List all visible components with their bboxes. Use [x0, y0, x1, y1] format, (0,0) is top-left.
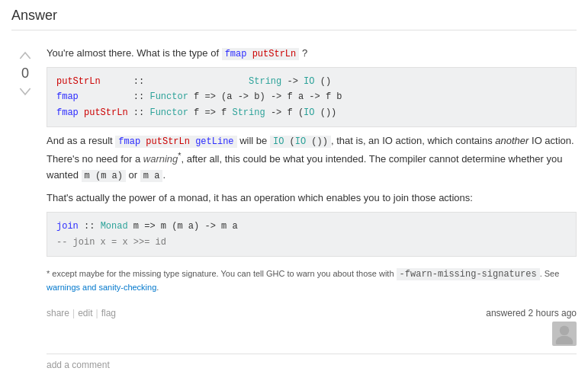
- intro-end: ?: [302, 47, 307, 59]
- ma-code: m a: [140, 170, 163, 182]
- vote-count: 0: [21, 64, 29, 83]
- answered-time: answered 2 hours ago: [486, 308, 577, 318]
- fmap-getline-code: fmap putStrLn getLine: [115, 136, 236, 148]
- m-ma-code: m (m a): [82, 170, 126, 182]
- vote-column: 0: [11, 46, 39, 379]
- code-block-2: join :: Monad m => m (m a) -> m a -- joi…: [47, 212, 577, 257]
- intro-text: You're almost there. What is the type of: [47, 47, 219, 59]
- code-block-1: putStrLn :: String -> IO () fmap :: Func…: [47, 67, 577, 127]
- io-io-code: IO (IO ()): [270, 136, 331, 148]
- footnote-end: .: [156, 283, 159, 292]
- add-comment-section: add a comment: [47, 354, 577, 379]
- intro-paragraph: You're almost there. What is the type of…: [47, 46, 577, 61]
- vote-up-button[interactable]: [14, 47, 37, 64]
- fwarn-code: -fwarn-missing-signatures: [397, 268, 540, 280]
- avatar-icon: [554, 323, 575, 344]
- svg-point-1: [556, 336, 573, 344]
- flag-link[interactable]: flag: [101, 308, 116, 318]
- footnote: * except maybe for the missing type sign…: [47, 267, 577, 294]
- separator-2: |: [96, 308, 98, 318]
- edit-link[interactable]: edit: [78, 308, 92, 318]
- answer-section: Answer 0 You're almost there. What is th…: [0, 0, 588, 384]
- separator-1: |: [72, 308, 75, 318]
- answer-body: 0 You're almost there. What is the type …: [11, 38, 577, 384]
- footnote-link[interactable]: warnings and sanity-checking: [47, 283, 156, 292]
- footnote-text: * except maybe for the missing type sign…: [47, 269, 559, 278]
- content-column: You're almost there. What is the type of…: [47, 46, 577, 379]
- paragraph-2: That's actually the power of a monad, it…: [47, 190, 577, 206]
- answered-info: answered 2 hours ago: [486, 308, 577, 346]
- share-link[interactable]: share: [47, 308, 69, 318]
- action-links: share | edit | flag: [47, 308, 116, 318]
- answer-title: Answer: [11, 8, 577, 30]
- vote-down-button[interactable]: [14, 83, 37, 100]
- fmap-inline-code: fmap putStrLn: [222, 48, 300, 60]
- answer-footer: share | edit | flag answered 2 hours ago: [47, 303, 577, 346]
- user-avatar: [552, 322, 577, 346]
- svg-point-0: [560, 325, 570, 335]
- paragraph-1: And as a result fmap putStrLn getLine wi…: [47, 133, 577, 184]
- add-comment-link[interactable]: add a comment: [47, 360, 110, 370]
